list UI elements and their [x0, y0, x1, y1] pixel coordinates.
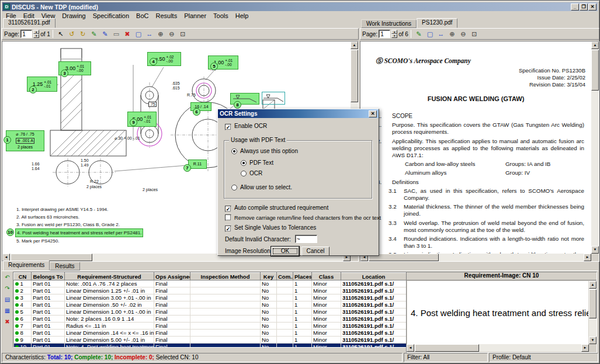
page-spinner[interactable]: ▲▼	[33, 30, 39, 38]
checkbox-icon[interactable]	[225, 206, 231, 212]
req-image-hscrollbar[interactable]: ◄ ►	[407, 344, 589, 352]
column-header[interactable]: Requirement-Structured	[65, 273, 154, 280]
pdf-text-radio[interactable]: PDF Text	[241, 160, 273, 166]
undo-requirement-icon[interactable]: ↶	[3, 273, 12, 282]
spin-down-icon[interactable]: ▼	[391, 34, 397, 38]
highlight-icon[interactable]: ✎	[89, 29, 99, 39]
tab-work-instructions[interactable]: Work Instructions	[361, 19, 417, 28]
allow-user-radio[interactable]: Allow user to select.	[231, 184, 292, 190]
req-image-vscrollbar[interactable]: ▲ ▼	[589, 281, 596, 344]
zoom-window-icon[interactable]: ⊡	[178, 29, 188, 39]
column-header[interactable]: Location	[341, 273, 407, 280]
callout-6[interactable]: 6	[193, 108, 200, 116]
callout-8[interactable]: 8	[234, 101, 241, 109]
menu-results[interactable]: Results	[152, 12, 181, 19]
column-header[interactable]: Inspection Method	[190, 273, 261, 280]
delete-highlight-icon[interactable]: ✖	[122, 29, 133, 39]
tab-requirements[interactable]: Requirements	[3, 261, 50, 271]
ocr-radio[interactable]: OCR	[241, 170, 262, 176]
scroll-thumb[interactable]	[415, 344, 479, 352]
menu-planner[interactable]: Planner	[181, 12, 210, 19]
tab-results[interactable]: Results	[50, 262, 79, 271]
table-row[interactable]: 7Part 01Radius <= .11 inFinalNo1Minor311…	[14, 323, 407, 330]
table-row[interactable]: 3Part 01Linear Dimension 3.00 +.01 -.00 …	[14, 294, 407, 301]
scroll-down-icon[interactable]: ▼	[589, 337, 596, 344]
callout-10[interactable]: 10	[6, 228, 14, 236]
scroll-thumb[interactable]	[591, 50, 599, 91]
requirement-image-content[interactable]: 4. Post welding heat treatment and stres…	[407, 281, 588, 344]
close-button[interactable]: ✕	[588, 4, 596, 11]
ok-button[interactable]: OK	[271, 247, 299, 256]
scroll-up-icon[interactable]: ▲	[589, 281, 596, 289]
column-header[interactable]: Class	[312, 273, 341, 280]
scroll-up-icon[interactable]: ▲	[591, 41, 599, 49]
erase-icon[interactable]: ▭	[111, 29, 122, 39]
menu-drawing[interactable]: Drawing	[58, 12, 89, 19]
menu-boc[interactable]: BoC	[133, 12, 152, 19]
cancel-button[interactable]: Cancel	[301, 247, 330, 256]
page-input[interactable]	[20, 30, 32, 38]
callout-box-1[interactable]: ⌀ .76 / .75 ⊕ .001 A 2 places	[6, 130, 44, 151]
table-row[interactable]: 1Part 01Note: .001 A .76 .74 2 placesFin…	[14, 280, 407, 287]
enable-ocr-checkbox[interactable]: Enable OCR	[225, 123, 267, 130]
zoom-in-icon[interactable]: ⊕	[155, 29, 166, 39]
spec-hscrollbar[interactable]: ◄ ►	[360, 254, 591, 261]
select-pointer-icon[interactable]: ↖	[56, 29, 66, 39]
page-input[interactable]	[379, 30, 390, 38]
fit-width-icon[interactable]: ↔	[436, 29, 446, 39]
spec-vscrollbar[interactable]: ▲ ▼	[591, 41, 599, 254]
column-header[interactable]: Ops Assigned	[154, 273, 190, 280]
delete-requirement-icon[interactable]: ✖	[3, 317, 12, 326]
checkbox-icon[interactable]	[225, 124, 231, 130]
checkbox-icon[interactable]	[225, 214, 231, 221]
menu-tools[interactable]: Tools	[210, 12, 232, 19]
callout-1[interactable]: 1	[4, 136, 11, 144]
scroll-thumb[interactable]	[351, 50, 358, 102]
title-bar[interactable]: D DISCUS - New TDP (modified) _ ❐ ✕	[2, 2, 598, 11]
scroll-up-icon[interactable]: ▲	[351, 41, 358, 49]
maximize-button[interactable]: ❐	[580, 4, 588, 11]
tab-spec-pdf[interactable]: PS1230.pdf	[417, 18, 457, 28]
dialog-title-bar[interactable]: OCR Settings ✕	[218, 109, 379, 118]
dialog-close-icon[interactable]: ✕	[369, 110, 377, 117]
spin-down-icon[interactable]: ▼	[33, 34, 39, 38]
fit-width-icon[interactable]: ↔	[144, 29, 155, 39]
scroll-right-icon[interactable]: ►	[584, 254, 591, 261]
table-row[interactable]: 5Part 01Linear Dimension 1.00 +.01 -.00 …	[14, 308, 407, 316]
invalid-character-input[interactable]	[295, 235, 317, 243]
fit-page-icon[interactable]: ▢	[133, 29, 144, 39]
table-row[interactable]: 6Part 01Note: 2 places .16 0.9 1 .14Fina…	[14, 316, 407, 323]
radio-icon[interactable]	[241, 160, 247, 166]
column-header[interactable]: Belongs To	[32, 273, 65, 280]
spin-up-icon[interactable]: ▲	[391, 30, 397, 34]
radio-icon[interactable]	[231, 185, 237, 190]
radio-icon[interactable]	[241, 171, 247, 176]
spec-document[interactable]: Ⓢ SCOMO's Aerospace Company Specificatio…	[360, 41, 591, 254]
zoom-in-icon[interactable]: ⊕	[447, 29, 457, 39]
table-row[interactable]: 10Part 01Note: 4. Post welding heat trea…	[14, 344, 407, 348]
set-single-checkbox[interactable]: Set Single Values to Tolerances	[225, 224, 316, 232]
scroll-down-icon[interactable]: ▼	[591, 246, 599, 254]
callout-2[interactable]: 2	[29, 86, 37, 93]
callout-3[interactable]: 3	[61, 70, 68, 77]
scroll-right-icon[interactable]: ►	[581, 344, 589, 352]
drawing-note[interactable]: 104. Post welding heat treatment and str…	[15, 228, 143, 237]
auto-compile-checkbox[interactable]: Auto compile structured requirement	[225, 204, 328, 212]
zoom-out-icon[interactable]: ⊖	[167, 29, 177, 39]
copy-requirement-icon[interactable]: ▤	[3, 295, 12, 304]
zoom-window-icon[interactable]: ⊡	[469, 29, 480, 39]
spin-up-icon[interactable]: ▲	[33, 30, 39, 34]
scroll-thumb[interactable]	[589, 289, 596, 318]
edit-annotation-icon[interactable]: ✎	[100, 29, 110, 39]
checkbox-icon[interactable]	[225, 226, 231, 232]
fit-page-icon[interactable]: ▢	[425, 29, 435, 39]
rotate-left-icon[interactable]: ↺	[67, 29, 77, 39]
callout-9[interactable]: 9	[130, 119, 137, 126]
column-header[interactable]: Com...	[277, 273, 293, 280]
tab-drawing-pdf[interactable]: 3110526191.pdf	[3, 18, 56, 28]
menu-specification[interactable]: Specification	[89, 12, 133, 19]
remove-cr-checkbox[interactable]: Remove carriage return/line feed charact…	[225, 214, 381, 221]
table-row[interactable]: 8Part 01Linear Dimension .14 <= x <= .16…	[14, 330, 407, 337]
table-row[interactable]: 2Part 01Linear Dimension 1.25 +/- .01 in…	[14, 287, 407, 294]
callout-4[interactable]: 4	[150, 58, 157, 65]
